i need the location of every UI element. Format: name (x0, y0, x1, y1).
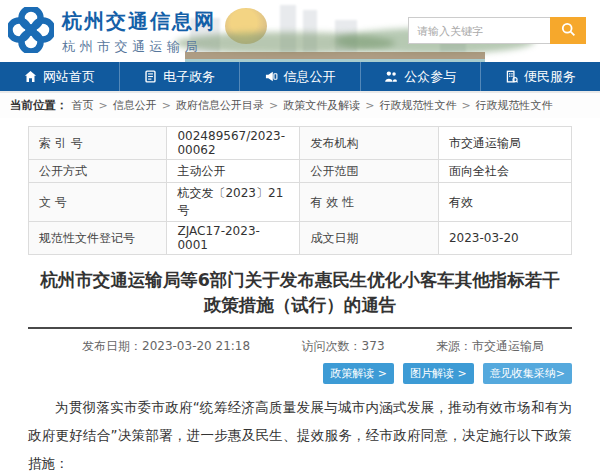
meta-label-registration-no: 规范性文件登记号 (29, 222, 167, 255)
nav-item-services[interactable]: 便民服务 (481, 62, 600, 91)
policy-interpretation-button[interactable]: 政策解读 > (323, 363, 394, 384)
breadcrumb-item-normative-2[interactable]: 行政规范性文件 (476, 98, 553, 113)
breadcrumb-item-catalog[interactable]: 政府信息公开目录 (176, 98, 264, 113)
nav-item-home[interactable]: 网站首页 (0, 62, 120, 91)
people-icon (384, 70, 398, 83)
meta-value-doc-number: 杭交发〔2023〕21号 (167, 183, 300, 222)
article-container: 索 引 号 002489567/2023-00062 发布机构 市交通运输局 公… (0, 118, 600, 475)
article-body: 为贯彻落实市委市政府“统筹经济高质量发展与城市内涵式发展，推动有效市场和有为政府… (28, 393, 572, 475)
doc-meta-table: 索 引 号 002489567/2023-00062 发布机构 市交通运输局 公… (28, 126, 572, 255)
meta-label-validity: 有 效 性 (300, 183, 438, 222)
nav-label: 便民服务 (524, 68, 576, 86)
breadcrumb-item-normative[interactable]: 行政规范性文件 (379, 98, 456, 113)
page-title: 杭州市交通运输局等6部门关于发布惠民生优化小客车其他指标若干政策措施（试行）的通… (28, 268, 572, 318)
breadcrumb-separator: > (365, 99, 374, 112)
search-icon (561, 22, 576, 40)
meta-value-index-no: 002489567/2023-00062 (167, 127, 300, 160)
nav-label: 公众参与 (404, 68, 456, 86)
nav-label: 网站首页 (43, 68, 95, 86)
building-search-icon (505, 70, 518, 83)
breadcrumb-item-policy[interactable]: 政策文件及解读 (283, 98, 360, 113)
site-header: 杭州交通信息网 杭州市交通运输局 (0, 0, 600, 62)
breadcrumb-prefix: 当前位置： (10, 98, 68, 113)
meta-label-doc-number: 文 号 (29, 183, 167, 222)
source: 来源：市交通运输局 (436, 338, 544, 355)
meta-value-issuing-agency: 市交通运输局 (438, 127, 571, 160)
megaphone-icon (265, 70, 278, 83)
meta-label-disclosure-scope: 公开范围 (300, 160, 438, 183)
search-input[interactable] (408, 17, 550, 44)
brand: 杭州交通信息网 杭州市交通运输局 (8, 7, 216, 57)
golden-sphere-theatre (225, 8, 267, 44)
main-nav: 网站首页 电子政务 信息公开 公众参与 便民服务 (0, 62, 600, 91)
opinion-collection-button[interactable]: 意见收集采纳> (483, 363, 572, 384)
meta-value-disclosure-method: 主动公开 (167, 160, 300, 183)
table-row: 规范性文件登记号 ZJAC17-2023-0001 成文日期 2023-03-2… (29, 222, 572, 255)
table-row: 索 引 号 002489567/2023-00062 发布机构 市交通运输局 (29, 127, 572, 160)
meta-label-index-no: 索 引 号 (29, 127, 167, 160)
site-title: 杭州交通信息网 (62, 8, 216, 35)
meta-value-registration-no: ZJAC17-2023-0001 (167, 222, 300, 255)
article-meta-line: 发布日期：2023-03-20 21:18 访问次数：373 来源：市交通运输局 (28, 329, 572, 355)
publish-date: 发布日期：2023-03-20 21:18 (82, 338, 250, 355)
visit-count: 访问次数：373 (302, 338, 385, 355)
breadcrumb-separator: > (269, 99, 278, 112)
image-interpretation-button[interactable]: 图片解读 > (403, 363, 474, 384)
breadcrumb-separator: > (162, 99, 171, 112)
nav-item-participation[interactable]: 公众参与 (361, 62, 481, 91)
nav-item-egov[interactable]: 电子政务 (120, 62, 240, 91)
nav-item-info-disclosure[interactable]: 信息公开 (240, 62, 360, 91)
nav-label: 信息公开 (284, 68, 336, 86)
meta-label-issuing-agency: 发布机构 (300, 127, 438, 160)
site-subtitle: 杭州市交通运输局 (62, 38, 216, 56)
home-icon (24, 70, 37, 83)
table-row: 公开方式 主动公开 公开范围 面向全社会 (29, 160, 572, 183)
paragraph: 为贯彻落实市委市政府“统筹经济高质量发展与城市内涵式发展，推动有效市场和有为政府… (28, 393, 572, 475)
meta-value-disclosure-scope: 面向全社会 (438, 160, 571, 183)
meta-label-disclosure-method: 公开方式 (29, 160, 167, 183)
site-logo-icon (8, 7, 54, 57)
meta-value-validity: 有效 (438, 183, 571, 222)
nav-label: 电子政务 (163, 68, 215, 86)
search-bar (408, 17, 586, 44)
breadcrumb-separator: > (461, 99, 470, 112)
breadcrumb-item-info[interactable]: 信息公开 (113, 98, 157, 113)
breadcrumb-item-home[interactable]: 首页 (72, 98, 94, 113)
meta-label-written-date: 成文日期 (300, 222, 438, 255)
action-button-row: 政策解读 > 图片解读 > 意见收集采纳> (28, 362, 572, 384)
search-button[interactable] (550, 17, 586, 44)
breadcrumb: 当前位置： 首页> 信息公开> 政府信息公开目录> 政策文件及解读> 行政规范性… (0, 91, 600, 118)
meta-value-written-date: 2023-03-20 (438, 222, 571, 255)
breadcrumb-separator: > (99, 99, 108, 112)
document-icon (144, 70, 157, 83)
table-row: 文 号 杭交发〔2023〕21号 有 效 性 有效 (29, 183, 572, 222)
